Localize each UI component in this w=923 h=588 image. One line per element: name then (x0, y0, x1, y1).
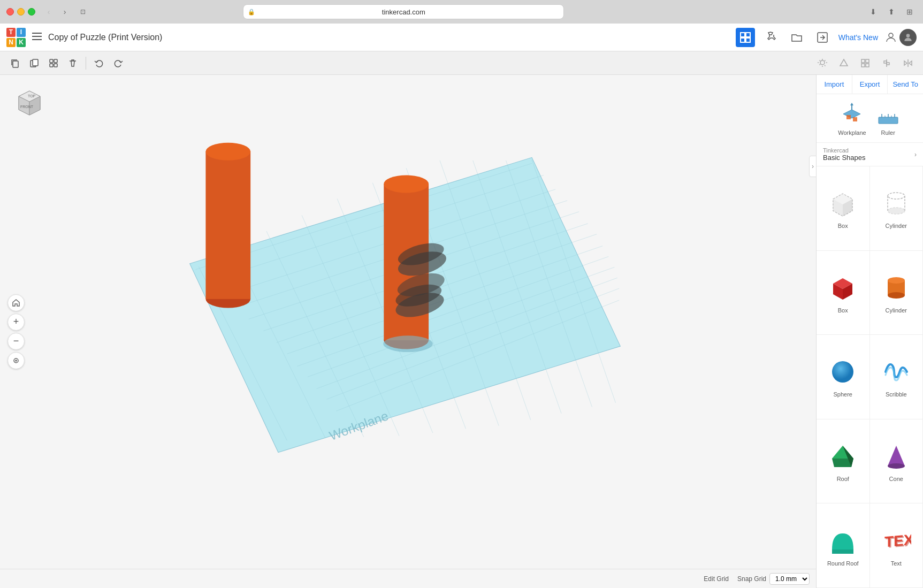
svg-rect-80 (853, 117, 857, 121)
sphere-icon (827, 356, 859, 388)
user-avatar[interactable] (899, 29, 917, 46)
svg-point-75 (383, 335, 433, 352)
folder-button[interactable] (787, 28, 806, 47)
group-button[interactable] (45, 55, 62, 72)
shape-item-scribble[interactable]: Scribble (870, 335, 924, 419)
svg-text:TOP: TOP (28, 94, 36, 98)
whats-new-button[interactable]: What's New (838, 33, 878, 42)
maximize-button[interactable] (28, 8, 35, 16)
snap-grid-control: Snap Grid 1.0 mm 0.5 mm 2.0 mm (737, 573, 810, 585)
svg-rect-14 (54, 59, 57, 63)
tools-button[interactable] (761, 28, 781, 47)
zoom-in-icon: + (13, 316, 19, 327)
svg-rect-12 (33, 59, 38, 66)
undo-button[interactable] (90, 55, 108, 72)
window-control[interactable]: ⊡ (76, 6, 90, 17)
shape-item-sphere[interactable]: Sphere (817, 335, 870, 419)
url-text: tinkercad.com (382, 8, 425, 16)
shape-label-cylinder-solid: Cylinder (886, 307, 907, 314)
grid-view-button[interactable] (736, 28, 755, 47)
shape-item-text[interactable]: TEXT TEXT Text (870, 503, 924, 588)
svg-marker-27 (904, 61, 907, 65)
redo-button[interactable] (110, 55, 127, 72)
shape-item-cylinder-solid[interactable]: Cylinder (870, 251, 924, 335)
back-button[interactable]: ‹ (42, 6, 56, 17)
shapes-grid: Box Cylinder (817, 166, 923, 588)
minimize-button[interactable] (17, 8, 25, 16)
download-button[interactable]: ⬇ (866, 6, 880, 17)
zoom-controls: + − (7, 294, 25, 369)
menu-button[interactable] (30, 29, 44, 45)
svg-point-91 (888, 193, 905, 199)
zoom-out-icon: − (13, 335, 19, 347)
snap-button[interactable] (835, 55, 852, 72)
box-hole-icon (827, 187, 859, 219)
close-button[interactable] (6, 8, 14, 16)
new-tab-button[interactable]: ⊞ (903, 6, 917, 17)
grid-button[interactable] (857, 55, 874, 72)
duplicate-button[interactable] (26, 55, 43, 72)
canvas-bottom: Edit Grid Snap Grid 1.0 mm 0.5 mm 2.0 mm (0, 569, 816, 588)
header-right: What's New (736, 28, 917, 47)
svg-rect-22 (866, 64, 869, 67)
export-button[interactable]: Export (852, 75, 888, 94)
share-button[interactable]: ⬆ (884, 6, 898, 17)
home-zoom-button[interactable] (7, 294, 25, 311)
forward-button[interactable]: › (58, 6, 72, 17)
svg-point-69 (384, 175, 429, 193)
edit-grid-button[interactable]: Edit Grid (704, 575, 729, 583)
toolbar (0, 51, 923, 75)
lights-button[interactable] (814, 55, 831, 72)
user-profile-icon (884, 31, 897, 44)
logo-cell-t: T (6, 28, 16, 37)
tinkercad-logo[interactable]: T I N K (6, 28, 26, 47)
shape-item-cone[interactable]: Cone (870, 419, 924, 504)
svg-marker-105 (888, 446, 905, 466)
canvas-area[interactable]: TOP FRONT + − (0, 75, 816, 588)
delete-button[interactable] (64, 55, 81, 72)
svg-rect-81 (879, 117, 898, 124)
svg-rect-1 (32, 36, 42, 37)
fit-view-button[interactable] (7, 352, 25, 369)
cube-navigator[interactable]: TOP FRONT (11, 86, 48, 123)
snap-grid-select[interactable]: 1.0 mm 0.5 mm 2.0 mm (769, 573, 810, 585)
roof-icon (827, 440, 859, 472)
shape-item-box-solid[interactable]: Box (817, 251, 870, 335)
send-to-button[interactable]: Send To (888, 75, 923, 94)
panel-category[interactable]: Tinkercad Basic Shapes › (817, 143, 923, 166)
user-icon-area[interactable] (884, 29, 917, 46)
address-bar[interactable]: 🔒 tinkercad.com (243, 4, 564, 19)
import-button[interactable]: Import (817, 75, 852, 94)
panel-collapse-button[interactable]: › (809, 156, 817, 177)
category-source: Tinkercad (823, 147, 866, 154)
zoom-out-button[interactable]: − (7, 333, 25, 350)
shape-item-cylinder-hole[interactable]: Cylinder (870, 166, 924, 251)
share-button[interactable] (813, 28, 832, 47)
ruler-tool[interactable]: Ruler (875, 101, 902, 136)
svg-rect-79 (846, 115, 851, 119)
copy-button[interactable] (6, 55, 24, 72)
ruler-tool-label: Ruler (881, 129, 895, 136)
ruler-icon (875, 101, 902, 127)
cylinder-solid-icon (880, 272, 912, 304)
svg-rect-4 (746, 33, 750, 37)
svg-rect-21 (861, 64, 865, 67)
main-area: TOP FRONT + − (0, 75, 923, 588)
svg-rect-2 (32, 39, 42, 40)
logo-cell-k: K (17, 38, 26, 47)
text-shape-icon: TEXT TEXT (880, 525, 912, 557)
svg-point-99 (888, 277, 905, 284)
3d-scene[interactable]: Workplane (0, 75, 816, 588)
zoom-in-button[interactable]: + (7, 314, 25, 331)
svg-rect-10 (13, 61, 18, 67)
workplane-tool[interactable]: Workplane (838, 101, 866, 136)
panel-actions: Import Export Send To (817, 75, 923, 94)
svg-point-66 (205, 143, 250, 161)
project-title: Copy of Puzzle (Print Version) (48, 33, 731, 42)
shape-item-roof[interactable]: Roof (817, 419, 870, 504)
svg-rect-16 (54, 64, 57, 67)
mirror-button[interactable] (899, 55, 917, 72)
shape-item-box-hole[interactable]: Box (817, 166, 870, 251)
shape-item-round-roof[interactable]: Round Roof (817, 503, 870, 588)
align-button[interactable] (878, 55, 895, 72)
